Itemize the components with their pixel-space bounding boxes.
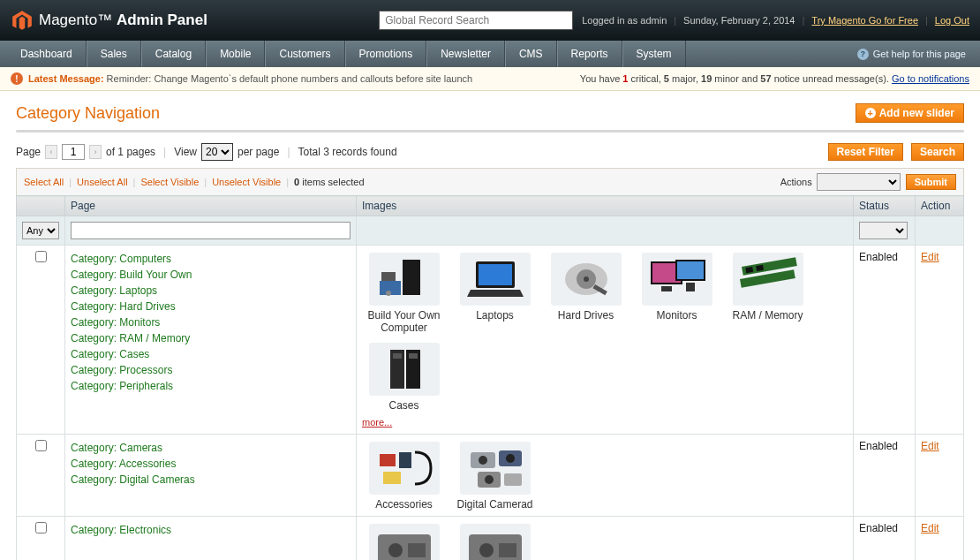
category-link[interactable]: Category: Cameras [71,440,351,456]
unselect-visible-link[interactable]: Unselect Visible [212,177,281,187]
edit-link[interactable]: Edit [921,440,939,452]
logout-link[interactable]: Log Out [935,15,969,26]
row-checkbox[interactable] [35,440,47,451]
svg-rect-26 [409,353,418,359]
nav-system[interactable]: System [622,41,686,67]
col-page[interactable]: Page [65,196,357,216]
category-link[interactable]: Category: Computers [71,251,351,267]
main-nav: Dashboard Sales Catalog Mobile Customers… [0,41,980,67]
category-link[interactable]: Category: Peripherals [71,378,351,394]
col-images[interactable]: Images [357,196,854,216]
nav-mobile[interactable]: Mobile [206,41,265,67]
svg-rect-2 [403,260,420,295]
status-cell: Enabled [854,517,916,561]
total-records-text: Total 3 records found [298,146,397,158]
actions-label: Actions [780,177,812,187]
thumbnail-icon [369,343,440,396]
more-link[interactable]: more... [362,417,392,428]
category-link[interactable]: Category: Build Your Own [71,267,351,283]
magento-icon [11,9,34,32]
brand-text: Magento™ Admin Panel [39,11,207,29]
nav-customers[interactable]: Customers [265,41,344,67]
row-checkbox[interactable] [35,251,47,262]
try-magento-link[interactable]: Try Magento Go for Free [811,15,918,26]
image-item[interactable]: Accessories [362,440,446,511]
thumbnail-icon [460,442,531,495]
svg-rect-28 [399,452,411,468]
image-item[interactable]: Laptops [453,251,537,334]
thumbnail-icon [733,253,803,306]
table-row: Category: CamerasCategory: AccessoriesCa… [17,435,964,517]
nav-dashboard[interactable]: Dashboard [7,41,87,67]
search-button[interactable]: Search [911,143,964,161]
category-link[interactable]: Category: Cases [71,346,351,362]
edit-link[interactable]: Edit [921,251,939,263]
image-item[interactable]: RAM / Memory [726,251,810,334]
status-cell: Enabled [854,435,916,517]
per-page-select[interactable]: 20 [201,143,233,161]
image-caption: Hard Drives [544,309,628,322]
image-item[interactable]: Cases [362,341,446,412]
global-search-input[interactable] [379,11,573,30]
filter-row: Any [17,216,964,246]
go-to-notifications-link[interactable]: Go to notifications [892,73,969,84]
help-link[interactable]: ? Get help for this page [857,41,973,67]
slider-grid: Page Images Status Action Any Category: … [16,195,964,560]
header-bar: Magento™ Admin Panel Logged in as admin … [0,0,980,41]
thumbnail-icon [460,253,531,306]
category-link[interactable]: Category: Accessories [71,456,351,472]
reset-filter-button[interactable]: Reset Filter [828,143,903,161]
edit-link[interactable]: Edit [921,522,939,534]
row-checkbox[interactable] [35,522,47,534]
image-item[interactable]: Digital Camerad [453,440,537,511]
category-link[interactable]: Category: Digital Cameras [71,472,351,488]
add-new-slider-button[interactable]: + Add new slider [856,103,964,123]
prev-page-button[interactable]: ‹ [45,145,57,159]
select-visible-link[interactable]: Select Visible [140,177,199,187]
page-input[interactable] [62,144,85,160]
nav-cms[interactable]: CMS [505,41,557,67]
actions-select[interactable] [817,173,901,191]
nav-catalog[interactable]: Catalog [141,41,206,67]
next-page-button[interactable]: › [89,145,102,159]
nav-sales[interactable]: Sales [87,41,141,67]
submit-button[interactable]: Submit [906,174,956,190]
image-item[interactable]: Hard Drives [544,251,628,334]
table-row: Category: ComputersCategory: Build Your … [17,246,964,435]
svg-point-41 [479,543,494,557]
category-link[interactable]: Category: Monitors [71,314,351,330]
image-item[interactable]: Build Your Own Computer [362,251,446,334]
per-page-label: per page [237,146,279,158]
category-link[interactable]: Category: Hard Drives [71,299,351,314]
view-label: View [174,146,197,158]
category-link[interactable]: Category: Electronics [71,522,351,538]
nav-reports[interactable]: Reports [557,41,622,67]
filter-page-input[interactable] [71,222,351,239]
svg-point-38 [388,543,403,557]
unselect-all-link[interactable]: Unselect All [77,177,127,187]
category-link[interactable]: Category: Processors [71,362,351,378]
image-caption: Cases [362,399,446,412]
image-item[interactable] [453,522,537,560]
svg-point-11 [584,276,589,282]
plus-icon: + [865,108,876,118]
message-counts: You have 1 critical, 5 major, 19 minor a… [580,73,969,84]
page-title: Category Navigation [16,104,160,123]
image-item[interactable]: Monitors [635,251,719,334]
image-item[interactable] [362,522,446,560]
thumbnail-icon [369,524,440,560]
filter-status-select[interactable] [859,222,908,239]
category-link[interactable]: Category: Laptops [71,283,351,299]
filter-checkbox-select[interactable]: Any [22,222,59,239]
thumbnail-icon [460,524,531,560]
select-all-link[interactable]: Select All [24,177,64,187]
col-status[interactable]: Status [854,196,916,216]
nav-newsletter[interactable]: Newsletter [426,41,505,67]
svg-point-33 [506,454,515,463]
divider [16,130,964,132]
category-link[interactable]: Category: RAM / Memory [71,330,351,346]
nav-promotions[interactable]: Promotions [345,41,427,67]
image-caption: RAM / Memory [726,309,810,322]
svg-point-5 [386,291,391,296]
col-checkbox [17,196,65,216]
